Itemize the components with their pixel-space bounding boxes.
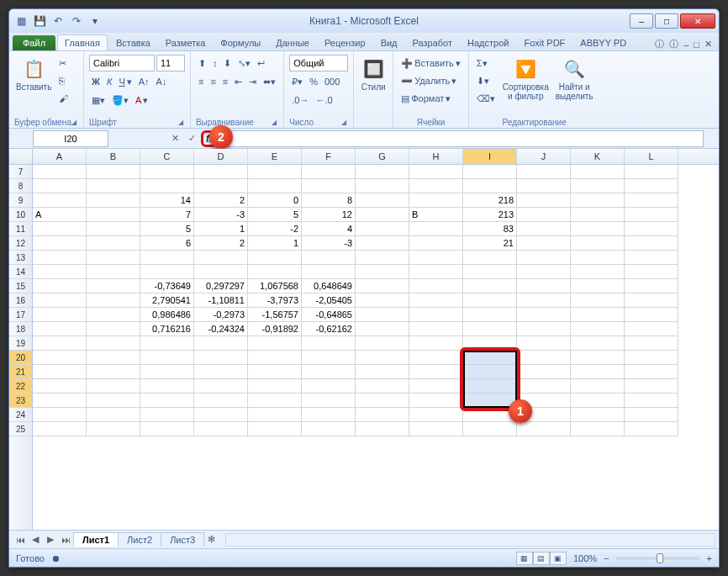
paste-button[interactable]: 📋 Вставить xyxy=(14,55,53,93)
cell[interactable] xyxy=(517,265,571,279)
cell[interactable]: -0,73649 xyxy=(140,279,194,293)
cell[interactable] xyxy=(625,351,678,365)
cut-button[interactable]: ✂ xyxy=(56,55,71,71)
cell[interactable] xyxy=(248,179,302,193)
cell[interactable] xyxy=(409,165,463,179)
cell[interactable] xyxy=(356,351,409,365)
cell[interactable] xyxy=(517,279,571,293)
cell[interactable] xyxy=(409,251,463,265)
cell[interactable] xyxy=(140,408,194,422)
cell[interactable] xyxy=(625,251,678,265)
cell[interactable] xyxy=(517,379,571,394)
cell[interactable] xyxy=(625,422,678,436)
wrap-text-button[interactable]: ↩ xyxy=(255,55,267,71)
enter-formula-icon[interactable]: ✓ xyxy=(184,131,199,146)
cell[interactable] xyxy=(463,265,517,279)
cell[interactable]: 0,648649 xyxy=(302,279,356,293)
cell[interactable] xyxy=(33,394,87,408)
cell[interactable] xyxy=(140,336,194,351)
cell[interactable] xyxy=(625,322,678,336)
normal-view-button[interactable]: ▦ xyxy=(516,552,533,565)
cell[interactable] xyxy=(194,365,248,379)
col-header-L[interactable]: L xyxy=(625,149,678,164)
tab-формулы[interactable]: Формулы xyxy=(214,35,267,50)
cell[interactable] xyxy=(302,408,356,422)
cell[interactable] xyxy=(33,265,87,279)
copy-button[interactable]: ⎘ xyxy=(56,72,71,89)
cell[interactable]: 12 xyxy=(302,208,356,222)
cell[interactable] xyxy=(33,236,87,251)
cell[interactable] xyxy=(87,165,140,179)
cell[interactable]: -2,05405 xyxy=(302,293,356,308)
cell[interactable] xyxy=(194,394,248,408)
decrease-decimal-button[interactable]: ←.0 xyxy=(313,92,335,108)
cell[interactable] xyxy=(571,365,625,379)
cell[interactable] xyxy=(463,379,517,394)
cell[interactable] xyxy=(356,165,409,179)
cell[interactable] xyxy=(194,351,248,365)
col-header-J[interactable]: J xyxy=(517,149,571,164)
percent-button[interactable]: % xyxy=(307,73,320,90)
row-header-24[interactable]: 24 xyxy=(9,408,32,422)
cell[interactable] xyxy=(356,422,409,436)
cell[interactable] xyxy=(356,322,409,336)
cell[interactable] xyxy=(571,265,625,279)
tab-вид[interactable]: Вид xyxy=(374,35,404,50)
macro-record-icon[interactable]: ⏺ xyxy=(51,553,61,563)
cell[interactable] xyxy=(571,279,625,293)
find-select-button[interactable]: 🔍 Найти и выделить xyxy=(554,55,595,103)
grow-font-button[interactable]: A↑ xyxy=(136,73,152,90)
cell[interactable] xyxy=(87,408,140,422)
cell[interactable] xyxy=(356,179,409,193)
cell[interactable]: -0,62162 xyxy=(302,322,356,336)
number-launcher-icon[interactable]: ◢ xyxy=(341,119,346,126)
row-header-17[interactable]: 17 xyxy=(9,308,32,322)
sheet-nav-next-icon[interactable]: ▶ xyxy=(43,532,58,547)
cell[interactable] xyxy=(571,394,625,408)
page-break-view-button[interactable]: ▣ xyxy=(550,552,567,565)
select-all-button[interactable] xyxy=(9,149,33,164)
cell[interactable] xyxy=(625,336,678,351)
cell[interactable] xyxy=(409,279,463,293)
cell[interactable]: 2 xyxy=(194,236,248,251)
cell[interactable] xyxy=(33,408,87,422)
cell[interactable] xyxy=(463,179,517,193)
cell[interactable] xyxy=(87,293,140,308)
cell[interactable] xyxy=(517,422,571,436)
shrink-font-button[interactable]: A↓ xyxy=(154,73,170,90)
cell[interactable] xyxy=(87,222,140,236)
cell[interactable] xyxy=(194,265,248,279)
cell[interactable] xyxy=(87,351,140,365)
cell[interactable]: -1,56757 xyxy=(248,308,302,322)
mdi-close-icon[interactable]: ✕ xyxy=(704,39,712,50)
cell[interactable] xyxy=(302,265,356,279)
cell[interactable] xyxy=(140,251,194,265)
col-header-G[interactable]: G xyxy=(356,149,409,164)
align-center-button[interactable]: ≡ xyxy=(208,73,218,90)
insert-cells-button[interactable]: ➕Вставить▾ xyxy=(398,55,463,71)
minimize-button[interactable]: – xyxy=(630,13,653,29)
col-header-B[interactable]: B xyxy=(87,149,140,164)
cell[interactable] xyxy=(625,236,678,251)
merge-button[interactable]: ⬌▾ xyxy=(261,73,278,90)
cell[interactable] xyxy=(571,236,625,251)
sheet-tab-Лист1[interactable]: Лист1 xyxy=(73,532,119,547)
row-header-19[interactable]: 19 xyxy=(9,336,32,351)
cell[interactable] xyxy=(87,308,140,322)
cell[interactable] xyxy=(194,251,248,265)
row-header-11[interactable]: 11 xyxy=(9,222,32,236)
align-launcher-icon[interactable]: ◢ xyxy=(272,119,277,126)
cell[interactable] xyxy=(140,165,194,179)
cell[interactable] xyxy=(33,165,87,179)
cell[interactable] xyxy=(463,351,517,365)
col-header-H[interactable]: H xyxy=(409,149,463,164)
align-right-button[interactable]: ≡ xyxy=(220,73,230,90)
col-header-A[interactable]: A xyxy=(33,149,87,164)
cell[interactable] xyxy=(625,193,678,208)
cell[interactable] xyxy=(33,293,87,308)
align-bottom-button[interactable]: ⬇ xyxy=(221,55,234,71)
sheet-nav-last-icon[interactable]: ⏭ xyxy=(58,532,73,547)
sheet-nav-prev-icon[interactable]: ◀ xyxy=(28,532,43,547)
cell[interactable] xyxy=(140,394,194,408)
cell[interactable] xyxy=(517,222,571,236)
